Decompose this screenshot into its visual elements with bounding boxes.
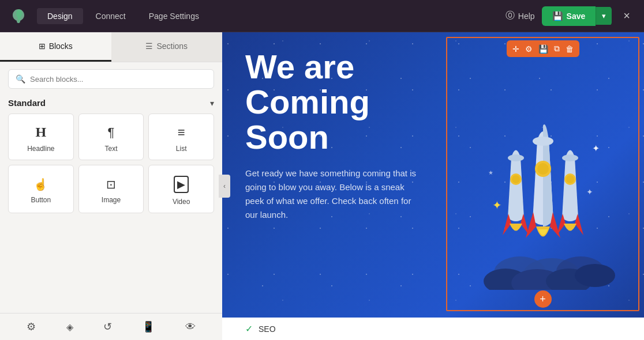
search-input-wrap: 🔍 <box>8 69 214 89</box>
svg-text:✦: ✦ <box>592 143 600 153</box>
svg-point-10 <box>508 154 524 161</box>
nav-tabs: Design Connect Page Settings <box>37 8 501 24</box>
save-button[interactable]: 💾 Save <box>542 6 596 26</box>
close-button[interactable]: × <box>619 7 635 25</box>
svg-point-15 <box>566 175 574 183</box>
image-label: Image <box>102 196 121 204</box>
sidebar-tab-blocks[interactable]: ⊞ Blocks <box>0 32 111 62</box>
search-icon: 🔍 <box>16 74 25 84</box>
video-icon: ▶ <box>174 176 189 193</box>
blocks-tab-label: Blocks <box>49 41 73 51</box>
mobile-preview-icon[interactable]: 📱 <box>142 320 155 333</box>
blocks-icon: ⊞ <box>39 41 46 51</box>
help-label: Help <box>518 12 535 21</box>
svg-text:✦: ✦ <box>586 187 593 197</box>
canvas-content: We are Coming Soon Get ready we have som… <box>222 32 644 340</box>
svg-point-9 <box>537 163 549 175</box>
sidebar: ⊞ Blocks ☰ Sections 🔍 Standard ▾ H Headl… <box>0 32 222 340</box>
help-button[interactable]: ⓪ Help <box>506 10 535 22</box>
list-label: List <box>176 145 187 153</box>
canvas-text-area: We are Coming Soon Get ready we have som… <box>222 32 441 340</box>
block-item-button[interactable]: ☝ Button <box>8 165 74 213</box>
seo-check-icon: ✓ <box>245 323 253 334</box>
chevron-icon[interactable]: ▾ <box>210 99 214 108</box>
hero-title: We are Coming Soon <box>245 50 424 155</box>
copy-icon[interactable]: ⧉ <box>554 44 560 54</box>
settings-toolbar-icon[interactable]: ⚙ <box>525 44 533 54</box>
rocket-illustration: ✦ ✦ ✦ ★ <box>468 105 618 290</box>
block-item-list[interactable]: ≡ List <box>148 114 214 160</box>
sidebar-tabs: ⊞ Blocks ☰ Sections <box>0 32 222 62</box>
save-toolbar-icon[interactable]: 💾 <box>538 44 548 54</box>
section-header: Standard ▾ <box>0 96 222 114</box>
delete-icon[interactable]: 🗑 <box>566 44 574 54</box>
svg-point-12 <box>512 175 520 183</box>
main-layout: ⊞ Blocks ☰ Sections 🔍 Standard ▾ H Headl… <box>0 32 644 340</box>
save-button-group: 💾 Save ▾ <box>542 6 612 26</box>
svg-text:★: ★ <box>488 169 493 176</box>
block-item-text[interactable]: ¶ Text <box>78 114 144 160</box>
nav-tab-connect[interactable]: Connect <box>85 8 136 24</box>
search-bar: 🔍 <box>0 62 222 96</box>
button-label: Button <box>31 196 51 204</box>
headline-icon: H <box>35 124 46 140</box>
settings-icon[interactable]: ⚙ <box>27 320 36 333</box>
svg-point-6 <box>575 264 615 287</box>
canvas: We are Coming Soon Get ready we have som… <box>222 32 644 340</box>
image-icon: ⊡ <box>106 177 116 191</box>
chevron-down-icon: ▾ <box>602 12 606 20</box>
text-label: Text <box>104 145 117 153</box>
layers-icon[interactable]: ◈ <box>66 322 73 333</box>
video-label: Video <box>173 198 190 206</box>
top-navigation: Design Connect Page Settings ⓪ Help 💾 Sa… <box>0 0 644 32</box>
save-icon: 💾 <box>552 11 563 21</box>
hero-subtitle: Get ready we have something coming that … <box>245 167 424 222</box>
bottom-bar: ⚙ ◈ ↺ 📱 👁 <box>0 313 222 340</box>
svg-point-13 <box>562 154 578 161</box>
nav-tab-design[interactable]: Design <box>37 8 83 24</box>
list-icon: ≡ <box>178 125 185 140</box>
sidebar-collapse-handle[interactable]: ‹ <box>219 175 230 198</box>
headline-label: Headline <box>27 145 54 153</box>
block-item-headline[interactable]: H Headline <box>8 114 74 160</box>
preview-icon[interactable]: 👁 <box>185 321 196 333</box>
seo-bar: ✓ SEO <box>222 318 644 340</box>
sidebar-tab-sections[interactable]: ☰ Sections <box>111 32 223 62</box>
canvas-image-area[interactable]: ✛ ⚙ 💾 ⧉ 🗑 <box>441 32 644 340</box>
nav-right-controls: ⓪ Help 💾 Save ▾ × <box>506 6 635 26</box>
save-label: Save <box>567 12 586 21</box>
save-dropdown-button[interactable]: ▾ <box>596 7 612 25</box>
nav-tab-page-settings[interactable]: Page Settings <box>138 8 209 24</box>
text-icon: ¶ <box>108 125 115 140</box>
sections-tab-label: Sections <box>156 41 188 51</box>
section-title: Standard <box>8 98 46 108</box>
svg-point-7 <box>533 137 553 146</box>
block-item-image[interactable]: ⊡ Image <box>78 165 144 213</box>
element-toolbar: ✛ ⚙ 💾 ⧉ 🗑 <box>507 40 579 57</box>
button-icon: ☝ <box>33 177 48 191</box>
add-element-button[interactable]: + <box>534 290 552 308</box>
help-circle-icon: ⓪ <box>506 10 515 22</box>
blocks-grid: H Headline ¶ Text ≡ List ☝ Button ⊡ Imag… <box>0 114 222 220</box>
move-icon[interactable]: ✛ <box>512 44 519 54</box>
sections-icon: ☰ <box>145 41 153 51</box>
search-input[interactable] <box>30 75 207 84</box>
app-logo <box>9 7 28 25</box>
seo-label: SEO <box>259 324 276 334</box>
block-item-video[interactable]: ▶ Video <box>148 165 214 213</box>
history-icon[interactable]: ↺ <box>103 320 112 333</box>
svg-text:✦: ✦ <box>492 199 502 211</box>
